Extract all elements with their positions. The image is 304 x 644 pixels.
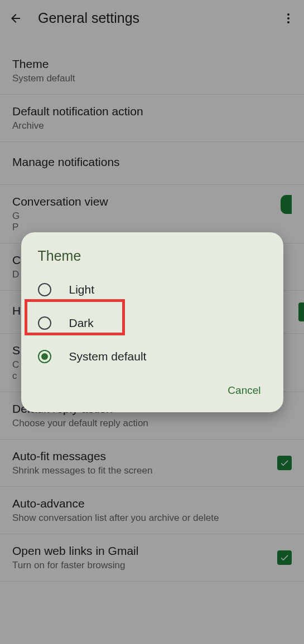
radio-option-system-default[interactable]: System default <box>21 340 283 373</box>
radio-option-dark[interactable]: Dark <box>21 306 283 340</box>
dialog-title: Theme <box>21 248 283 273</box>
radio-icon <box>38 316 51 330</box>
cancel-button[interactable]: Cancel <box>228 384 260 397</box>
theme-dialog: Theme Light Dark System default Cancel <box>21 232 283 412</box>
radio-label: Dark <box>69 316 94 330</box>
radio-label: Light <box>69 283 95 296</box>
radio-label: System default <box>69 350 147 363</box>
radio-option-light[interactable]: Light <box>21 273 283 306</box>
radio-icon <box>38 283 51 296</box>
radio-icon <box>38 350 51 363</box>
modal-overlay[interactable]: Theme Light Dark System default Cancel <box>0 0 304 644</box>
radio-selected-dot <box>41 353 48 360</box>
dialog-actions: Cancel <box>21 373 283 401</box>
